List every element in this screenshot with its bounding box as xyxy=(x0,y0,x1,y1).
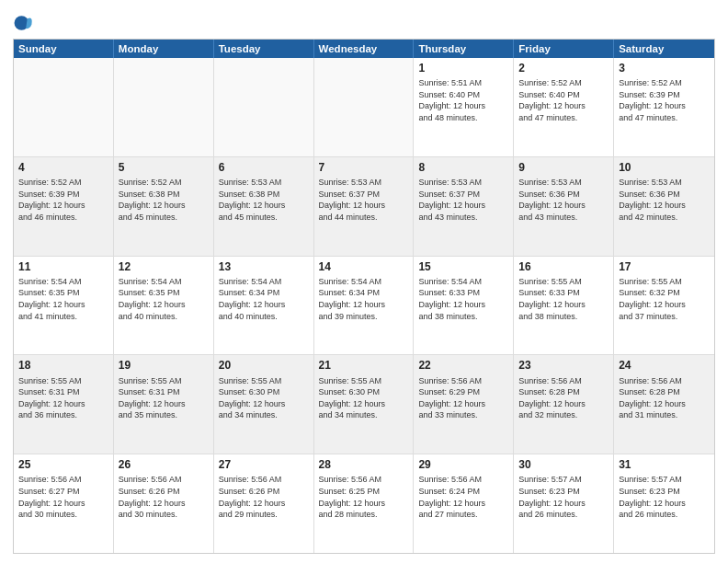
calendar-week-row: 18Sunrise: 5:55 AM Sunset: 6:31 PM Dayli… xyxy=(14,355,714,454)
logo xyxy=(13,13,37,33)
calendar-cell: 19Sunrise: 5:55 AM Sunset: 6:31 PM Dayli… xyxy=(114,355,214,454)
day-number: 26 xyxy=(119,457,209,472)
weekday-header: Thursday xyxy=(414,40,514,58)
cell-info: Sunrise: 5:54 AM Sunset: 6:33 PM Dayligh… xyxy=(418,276,508,322)
cell-info: Sunrise: 5:55 AM Sunset: 6:33 PM Dayligh… xyxy=(518,276,609,322)
calendar-cell: 21Sunrise: 5:55 AM Sunset: 6:30 PM Dayli… xyxy=(314,355,415,454)
day-number: 31 xyxy=(619,457,710,472)
cell-info: Sunrise: 5:54 AM Sunset: 6:34 PM Dayligh… xyxy=(319,276,409,322)
calendar-cell: 3Sunrise: 5:52 AM Sunset: 6:39 PM Daylig… xyxy=(614,58,714,156)
day-number: 7 xyxy=(319,160,409,175)
calendar-cell: 12Sunrise: 5:54 AM Sunset: 6:35 PM Dayli… xyxy=(114,257,214,355)
day-number: 25 xyxy=(18,457,108,472)
day-number: 2 xyxy=(518,61,609,75)
day-number: 8 xyxy=(418,160,508,175)
cell-info: Sunrise: 5:56 AM Sunset: 6:28 PM Dayligh… xyxy=(518,375,609,421)
weekday-header: Saturday xyxy=(614,40,714,58)
day-number: 15 xyxy=(418,259,508,274)
calendar-cell: 2Sunrise: 5:52 AM Sunset: 6:40 PM Daylig… xyxy=(514,58,614,156)
day-number: 22 xyxy=(418,358,508,373)
cell-info: Sunrise: 5:53 AM Sunset: 6:36 PM Dayligh… xyxy=(518,177,609,223)
calendar-cell: 15Sunrise: 5:54 AM Sunset: 6:33 PM Dayli… xyxy=(414,257,514,355)
day-number: 19 xyxy=(119,358,209,373)
calendar-cell: 23Sunrise: 5:56 AM Sunset: 6:28 PM Dayli… xyxy=(514,355,614,454)
day-number: 29 xyxy=(418,457,508,472)
cell-info: Sunrise: 5:53 AM Sunset: 6:37 PM Dayligh… xyxy=(418,177,508,223)
calendar-cell: 16Sunrise: 5:55 AM Sunset: 6:33 PM Dayli… xyxy=(514,257,614,355)
day-number: 1 xyxy=(418,61,508,75)
cell-info: Sunrise: 5:52 AM Sunset: 6:39 PM Dayligh… xyxy=(619,77,710,123)
cell-info: Sunrise: 5:52 AM Sunset: 6:40 PM Dayligh… xyxy=(518,77,609,123)
calendar-body: 1Sunrise: 5:51 AM Sunset: 6:40 PM Daylig… xyxy=(14,58,714,553)
calendar-header: SundayMondayTuesdayWednesdayThursdayFrid… xyxy=(14,40,714,58)
cell-info: Sunrise: 5:53 AM Sunset: 6:38 PM Dayligh… xyxy=(219,177,309,223)
calendar-cell: 5Sunrise: 5:52 AM Sunset: 6:38 PM Daylig… xyxy=(114,157,214,256)
calendar-cell: 10Sunrise: 5:53 AM Sunset: 6:36 PM Dayli… xyxy=(614,157,714,256)
cell-info: Sunrise: 5:57 AM Sunset: 6:23 PM Dayligh… xyxy=(518,474,609,520)
cell-info: Sunrise: 5:56 AM Sunset: 6:28 PM Dayligh… xyxy=(619,375,710,421)
day-number: 23 xyxy=(518,358,609,373)
weekday-header: Tuesday xyxy=(214,40,314,58)
calendar-cell: 31Sunrise: 5:57 AM Sunset: 6:23 PM Dayli… xyxy=(614,454,714,553)
cell-info: Sunrise: 5:55 AM Sunset: 6:32 PM Dayligh… xyxy=(619,276,710,322)
calendar-cell: 6Sunrise: 5:53 AM Sunset: 6:38 PM Daylig… xyxy=(214,157,314,256)
cell-info: Sunrise: 5:56 AM Sunset: 6:25 PM Dayligh… xyxy=(319,474,409,520)
day-number: 17 xyxy=(619,259,710,274)
calendar-cell: 30Sunrise: 5:57 AM Sunset: 6:23 PM Dayli… xyxy=(514,454,614,553)
calendar-cell: 8Sunrise: 5:53 AM Sunset: 6:37 PM Daylig… xyxy=(414,157,514,256)
calendar-cell xyxy=(314,58,415,156)
calendar-week-row: 4Sunrise: 5:52 AM Sunset: 6:39 PM Daylig… xyxy=(14,157,714,257)
calendar-cell: 4Sunrise: 5:52 AM Sunset: 6:39 PM Daylig… xyxy=(14,157,114,256)
logo-icon xyxy=(13,13,33,33)
calendar-cell: 17Sunrise: 5:55 AM Sunset: 6:32 PM Dayli… xyxy=(614,257,714,355)
calendar-cell: 13Sunrise: 5:54 AM Sunset: 6:34 PM Dayli… xyxy=(214,257,314,355)
day-number: 10 xyxy=(619,160,710,175)
page: SundayMondayTuesdayWednesdayThursdayFrid… xyxy=(0,0,728,563)
calendar-cell: 9Sunrise: 5:53 AM Sunset: 6:36 PM Daylig… xyxy=(514,157,614,256)
day-number: 9 xyxy=(518,160,609,175)
calendar-cell: 1Sunrise: 5:51 AM Sunset: 6:40 PM Daylig… xyxy=(414,58,514,156)
header xyxy=(13,9,715,33)
calendar-week-row: 11Sunrise: 5:54 AM Sunset: 6:35 PM Dayli… xyxy=(14,257,714,356)
calendar-cell: 22Sunrise: 5:56 AM Sunset: 6:29 PM Dayli… xyxy=(414,355,514,454)
day-number: 27 xyxy=(219,457,309,472)
calendar-cell xyxy=(214,58,314,156)
calendar-week-row: 25Sunrise: 5:56 AM Sunset: 6:27 PM Dayli… xyxy=(14,454,714,553)
cell-info: Sunrise: 5:55 AM Sunset: 6:31 PM Dayligh… xyxy=(18,375,108,421)
calendar-cell: 11Sunrise: 5:54 AM Sunset: 6:35 PM Dayli… xyxy=(14,257,114,355)
calendar-cell: 24Sunrise: 5:56 AM Sunset: 6:28 PM Dayli… xyxy=(614,355,714,454)
cell-info: Sunrise: 5:56 AM Sunset: 6:26 PM Dayligh… xyxy=(119,474,209,520)
day-number: 12 xyxy=(119,259,209,274)
calendar-cell: 20Sunrise: 5:55 AM Sunset: 6:30 PM Dayli… xyxy=(214,355,314,454)
day-number: 6 xyxy=(219,160,309,175)
day-number: 21 xyxy=(319,358,409,373)
calendar-cell xyxy=(14,58,114,156)
cell-info: Sunrise: 5:54 AM Sunset: 6:34 PM Dayligh… xyxy=(219,276,309,322)
day-number: 24 xyxy=(619,358,710,373)
cell-info: Sunrise: 5:52 AM Sunset: 6:38 PM Dayligh… xyxy=(119,177,209,223)
calendar-cell: 25Sunrise: 5:56 AM Sunset: 6:27 PM Dayli… xyxy=(14,454,114,553)
day-number: 3 xyxy=(619,61,710,75)
cell-info: Sunrise: 5:52 AM Sunset: 6:39 PM Dayligh… xyxy=(18,177,108,223)
cell-info: Sunrise: 5:56 AM Sunset: 6:26 PM Dayligh… xyxy=(219,474,309,520)
cell-info: Sunrise: 5:54 AM Sunset: 6:35 PM Dayligh… xyxy=(119,276,209,322)
cell-info: Sunrise: 5:51 AM Sunset: 6:40 PM Dayligh… xyxy=(418,77,508,123)
day-number: 28 xyxy=(319,457,409,472)
cell-info: Sunrise: 5:56 AM Sunset: 6:24 PM Dayligh… xyxy=(418,474,508,520)
weekday-header: Friday xyxy=(514,40,614,58)
calendar-cell: 18Sunrise: 5:55 AM Sunset: 6:31 PM Dayli… xyxy=(14,355,114,454)
cell-info: Sunrise: 5:55 AM Sunset: 6:31 PM Dayligh… xyxy=(119,375,209,421)
weekday-header: Wednesday xyxy=(314,40,415,58)
day-number: 20 xyxy=(219,358,309,373)
cell-info: Sunrise: 5:56 AM Sunset: 6:27 PM Dayligh… xyxy=(18,474,108,520)
calendar-cell xyxy=(114,58,214,156)
day-number: 16 xyxy=(518,259,609,274)
day-number: 13 xyxy=(219,259,309,274)
day-number: 4 xyxy=(18,160,108,175)
cell-info: Sunrise: 5:53 AM Sunset: 6:36 PM Dayligh… xyxy=(619,177,710,223)
cell-info: Sunrise: 5:56 AM Sunset: 6:29 PM Dayligh… xyxy=(418,375,508,421)
day-number: 30 xyxy=(518,457,609,472)
calendar: SundayMondayTuesdayWednesdayThursdayFrid… xyxy=(13,39,715,554)
calendar-cell: 26Sunrise: 5:56 AM Sunset: 6:26 PM Dayli… xyxy=(114,454,214,553)
calendar-cell: 7Sunrise: 5:53 AM Sunset: 6:37 PM Daylig… xyxy=(314,157,415,256)
